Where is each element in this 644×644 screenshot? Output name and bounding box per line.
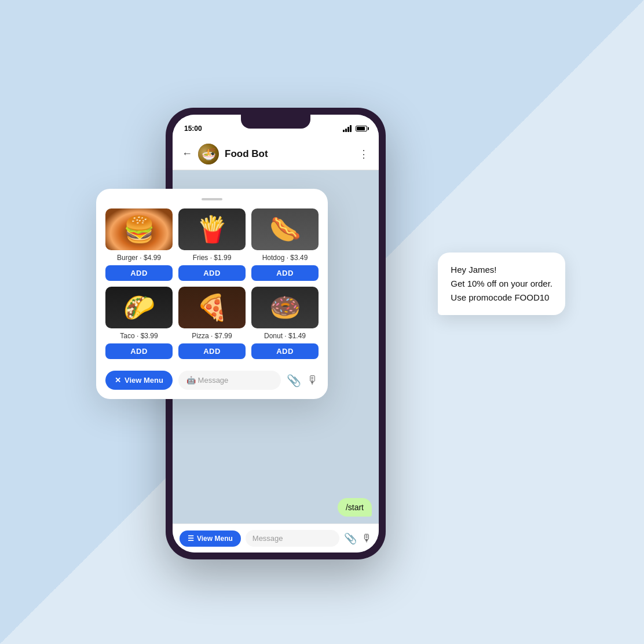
- taco-label: Taco · $3.99: [120, 332, 158, 340]
- food-item-taco: Taco · $3.99 ADD: [105, 287, 173, 359]
- add-hotdog-button[interactable]: ADD: [251, 265, 319, 281]
- message-input[interactable]: Message: [246, 530, 339, 547]
- phone-notch: [241, 115, 310, 129]
- popup-bottom-bar: ✕ View Menu 🤖 Message 📎 🎙: [105, 367, 319, 390]
- bot-bubble-line3: Use promocode FOOD10: [451, 291, 552, 305]
- pizza-image: [178, 287, 246, 328]
- popup-message-input[interactable]: 🤖 Message: [178, 371, 281, 390]
- view-menu-button[interactable]: ☰ View Menu: [180, 530, 241, 547]
- food-menu-popup: Burger · $4.99 ADD Fries · $1.99 ADD Hot…: [96, 189, 328, 399]
- mic-icon[interactable]: 🎙: [361, 532, 372, 544]
- view-menu-label: View Menu: [197, 535, 233, 543]
- bot-name: Food Bot: [225, 148, 353, 160]
- hotdog-label: Hotdog · $3.49: [262, 254, 308, 262]
- signal-icon: [343, 125, 352, 132]
- status-time: 15:00: [184, 125, 202, 133]
- food-item-pizza: Pizza · $7.99 ADD: [178, 287, 246, 359]
- back-button[interactable]: ←: [182, 148, 192, 160]
- add-pizza-button[interactable]: ADD: [178, 343, 246, 359]
- pizza-label: Pizza · $7.99: [192, 332, 232, 340]
- bot-bubble-line2: Get 10% off on your order.: [451, 277, 552, 291]
- popup-mic-icon[interactable]: 🎙: [307, 374, 319, 387]
- fries-image: [178, 208, 246, 250]
- scene: 15:00 ← 🍜 Food Bot ⋮: [61, 61, 583, 583]
- popup-view-menu-button[interactable]: ✕ View Menu: [105, 371, 173, 390]
- message-placeholder: Message: [253, 534, 283, 543]
- taco-image: [105, 287, 173, 328]
- fries-label: Fries · $1.99: [193, 254, 232, 262]
- more-options-icon[interactable]: ⋮: [358, 148, 369, 160]
- add-fries-button[interactable]: ADD: [178, 265, 246, 281]
- food-item-donut: Donut · $1.49 ADD: [251, 287, 319, 359]
- donut-label: Donut · $1.49: [264, 332, 306, 340]
- burger-label: Burger · $4.99: [117, 254, 161, 262]
- popup-view-menu-label: View Menu: [125, 376, 163, 385]
- menu-icon: ☰: [188, 535, 194, 543]
- food-item-fries: Fries · $1.99 ADD: [178, 208, 246, 281]
- bot-message-bubble: Hey James! Get 10% off on your order. Us…: [438, 253, 565, 315]
- popup-attachment-icon[interactable]: 📎: [287, 374, 301, 387]
- food-item-burger: Burger · $4.99 ADD: [105, 208, 173, 281]
- popup-message-placeholder: Message: [198, 376, 229, 385]
- avatar: 🍜: [198, 144, 219, 164]
- popup-emoji-icon: 🤖: [186, 376, 196, 385]
- food-item-hotdog: Hotdog · $3.49 ADD: [251, 208, 319, 281]
- chat-header: ← 🍜 Food Bot ⋮: [173, 138, 379, 170]
- donut-image: [251, 287, 319, 328]
- add-donut-button[interactable]: ADD: [251, 343, 319, 359]
- drag-handle: [202, 198, 222, 200]
- add-burger-button[interactable]: ADD: [105, 265, 173, 281]
- chat-bottom-bar: ☰ View Menu Message 📎 🎙: [173, 524, 379, 552]
- battery-icon: [356, 126, 367, 131]
- user-message: /start: [338, 498, 372, 517]
- attachment-icon[interactable]: 📎: [344, 532, 357, 545]
- status-icons: [343, 125, 367, 132]
- burger-image: [105, 208, 173, 250]
- food-grid: Burger · $4.99 ADD Fries · $1.99 ADD Hot…: [105, 208, 319, 359]
- add-taco-button[interactable]: ADD: [105, 343, 173, 359]
- x-icon: ✕: [115, 376, 121, 385]
- avatar-image: 🍜: [198, 144, 219, 164]
- hotdog-image: [251, 208, 319, 250]
- bot-bubble-line1: Hey James!: [451, 263, 552, 277]
